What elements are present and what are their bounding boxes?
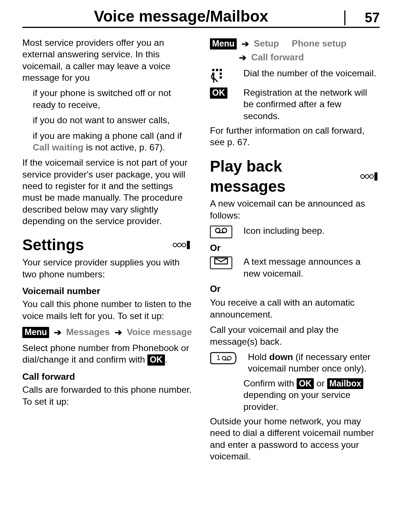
playback-heading: Play back messages xyxy=(210,156,359,197)
svg-point-14 xyxy=(216,228,220,233)
bullet-2: if you do not want to answer calls, xyxy=(22,114,192,126)
key-1-voicemail-icon: 1 xyxy=(210,351,237,364)
message-icon-row: A text message announces a new voicemail… xyxy=(210,256,380,279)
svg-point-11 xyxy=(365,175,369,178)
provider-text: Your service provider supplies you with … xyxy=(22,257,192,280)
envelope-icon xyxy=(210,256,232,269)
confirm-row: Confirm with OK or Mailbox depending on … xyxy=(210,378,380,412)
svg-rect-9 xyxy=(220,76,222,79)
page-header: Voice message/Mailbox 57 xyxy=(22,7,380,28)
voicemail-number-text: You call this phone number to listen to … xyxy=(22,298,192,322)
confirm-suffix: depending on your service provider. xyxy=(243,390,350,411)
page-number: 57 xyxy=(344,10,380,25)
announce-intro: A new voicemail can be announced as foll… xyxy=(210,198,380,221)
svg-point-20 xyxy=(227,356,231,360)
page-title: Voice message/Mailbox xyxy=(22,7,340,25)
down-label: down xyxy=(269,352,293,362)
svg-rect-3 xyxy=(187,241,190,249)
column-right: Menu ➔ Setup Phone setup ➔ Call forward xyxy=(210,35,380,466)
svg-point-2 xyxy=(182,243,186,247)
voicemail-service-paragraph: If the voicemail service is not part of … xyxy=(22,157,192,227)
svg-rect-5 xyxy=(216,69,218,71)
outside-network-text: Outside your home network, you may need … xyxy=(210,415,380,462)
setup-label: Setup xyxy=(254,38,279,48)
call-forward-label: Call forward xyxy=(251,52,304,62)
ok-button: OK xyxy=(210,87,227,99)
voice-message-label: Voice message xyxy=(127,327,192,337)
ok-button: OK xyxy=(147,354,165,366)
svg-rect-13 xyxy=(374,172,377,181)
voicemail-tape-icon xyxy=(210,225,232,238)
confirm-middle: or xyxy=(314,378,327,388)
settings-heading-row: Settings xyxy=(22,235,192,255)
voicemail-number-heading: Voicemail number xyxy=(22,285,192,297)
svg-point-10 xyxy=(361,175,364,178)
arrow-icon: ➔ xyxy=(115,326,122,339)
bullet-1: if your phone is switched off or not rea… xyxy=(22,87,192,111)
call-forward-heading: Call forward xyxy=(22,371,192,382)
or-label-2: Or xyxy=(210,283,380,294)
call-play-text: Call your voicemail and play the message… xyxy=(210,324,380,347)
call-forward-text: Calls are forwarded to this phone number… xyxy=(22,384,192,407)
mailbox-button: Mailbox xyxy=(327,378,364,389)
keypad-icon xyxy=(210,67,232,84)
call-waiting-label: Call waiting xyxy=(33,142,83,152)
ok-registration-row: OK Registration at the network will be c… xyxy=(210,87,380,122)
svg-rect-8 xyxy=(220,73,222,75)
svg-rect-4 xyxy=(212,69,214,71)
svg-rect-6 xyxy=(220,69,222,71)
network-provider-icon xyxy=(359,171,380,182)
svg-text:1: 1 xyxy=(217,354,220,361)
registration-text: Registration at the network will be conf… xyxy=(243,87,380,122)
bullet-3-suffix: is not active, p. 67). xyxy=(83,142,165,152)
icon-beep-text: Icon including beep. xyxy=(243,225,380,236)
key-one-row: 1 Hold down (if necessary enter voicemai… xyxy=(210,351,380,375)
playback-heading-row: Play back messages xyxy=(210,156,380,197)
arrow-icon: ➔ xyxy=(54,326,61,339)
empty-icon-slot xyxy=(210,378,232,378)
network-provider-icon xyxy=(171,240,192,250)
select-phone-paragraph: Select phone number from Phonebook or di… xyxy=(22,342,192,366)
receive-call-text: You receive a call with an automatic ann… xyxy=(210,297,380,320)
svg-point-19 xyxy=(222,356,226,360)
hold-down-text: Hold down (if necessary enter voicemail … xyxy=(248,351,380,375)
content-columns: Most service providers offer you an exte… xyxy=(22,35,380,466)
ok-button: OK xyxy=(297,378,314,389)
intro-paragraph: Most service providers offer you an exte… xyxy=(22,37,192,83)
menu-sequence-callforward: Menu ➔ Setup Phone setup ➔ Call forward xyxy=(210,37,380,64)
confirm-text: Confirm with OK or Mailbox depending on … xyxy=(243,378,380,412)
ok-button-icon: OK xyxy=(210,87,232,99)
further-info-text: For further information on call forward,… xyxy=(210,125,380,148)
manual-page: Voice message/Mailbox 57 Most service pr… xyxy=(0,0,402,532)
or-label-1: Or xyxy=(210,242,380,254)
hold-prefix: Hold xyxy=(248,352,269,362)
menu-button: Menu xyxy=(22,327,49,338)
bullet-3: if you are making a phone call (and if C… xyxy=(22,130,192,153)
phone-setup-label: Phone setup xyxy=(292,38,347,48)
svg-point-1 xyxy=(178,243,181,247)
arrow-icon: ➔ xyxy=(242,37,249,51)
text-message-text: A text message announces a new voicemail… xyxy=(243,256,380,279)
keypad-dial-row: Dial the number of the voicemail. xyxy=(210,67,380,84)
menu-sequence-voicemail: Menu ➔ Messages ➔ Voice message xyxy=(22,325,192,339)
confirm-prefix: Confirm with xyxy=(243,378,297,388)
arrow-icon: ➔ xyxy=(239,51,246,64)
column-left: Most service providers offer you an exte… xyxy=(22,35,192,466)
tape-icon-row: Icon including beep. xyxy=(210,225,380,238)
svg-point-15 xyxy=(222,228,227,233)
settings-heading: Settings xyxy=(22,235,84,255)
messages-label: Messages xyxy=(66,327,110,337)
svg-point-0 xyxy=(173,243,177,247)
svg-point-12 xyxy=(370,175,373,178)
select-phone-suffix: . xyxy=(165,354,168,364)
menu-button: Menu xyxy=(210,38,237,50)
bullet-3-prefix: if you are making a phone call (and if xyxy=(33,131,182,141)
dial-text: Dial the number of the voicemail. xyxy=(243,67,380,79)
